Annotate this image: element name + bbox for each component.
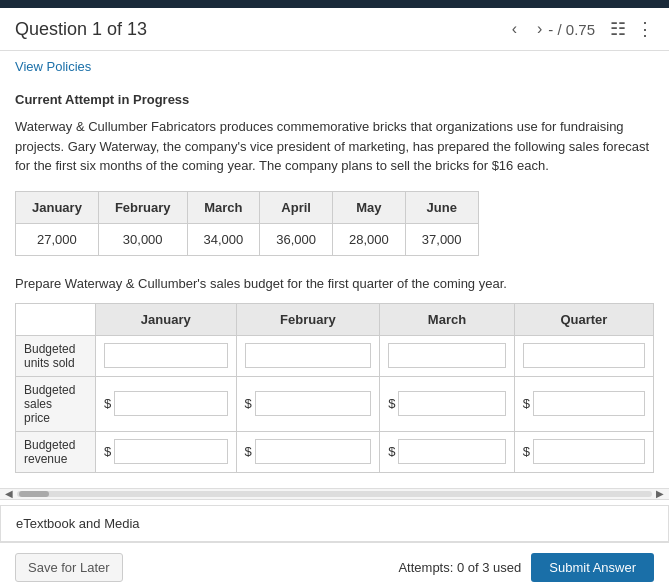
input-price-quarter[interactable] — [533, 391, 645, 416]
budget-col-feb: February — [236, 303, 380, 335]
attempt-label: Current Attempt in Progress — [15, 92, 654, 107]
input-units-mar[interactable] — [388, 343, 506, 368]
nav-arrows: ‹ › — [506, 18, 549, 40]
dollar-rev-feb: $ — [245, 444, 252, 459]
col-header-jun: June — [405, 191, 478, 223]
input-rev-feb[interactable] — [255, 439, 371, 464]
cell-may: 28,000 — [333, 223, 406, 255]
sales-forecast-table: January February March April May June 27… — [15, 191, 479, 256]
etextbook-label: eTextbook and Media — [16, 516, 140, 531]
list-icon[interactable]: ☷ — [610, 18, 626, 40]
dollar-rev-quarter: $ — [523, 444, 530, 459]
dollar-rev-mar: $ — [388, 444, 395, 459]
cell-jun: 37,000 — [405, 223, 478, 255]
col-header-mar: March — [187, 191, 260, 223]
cell-jan: 27,000 — [16, 223, 99, 255]
input-price-feb[interactable] — [255, 391, 371, 416]
row-budgeted-price: Budgetedsalesprice $ $ $ $ — [16, 376, 654, 431]
budget-col-empty — [16, 303, 96, 335]
cell-apr: 36,000 — [260, 223, 333, 255]
save-later-button[interactable]: Save for Later — [15, 553, 123, 582]
footer: Save for Later Attempts: 0 of 3 used Sub… — [0, 542, 669, 589]
cell-rev-jan: $ — [96, 431, 237, 472]
cell-units-jan — [96, 335, 237, 376]
budget-col-jan: January — [96, 303, 237, 335]
budget-table: January February March Quarter Budgetedu… — [15, 303, 654, 473]
score-label: - / 0.75 — [548, 21, 595, 38]
input-rev-mar[interactable] — [398, 439, 505, 464]
row-label-revenue: Budgetedrevenue — [16, 431, 96, 472]
view-policies-section: View Policies — [0, 51, 669, 82]
cell-units-feb — [236, 335, 380, 376]
row-label-price: Budgetedsalesprice — [16, 376, 96, 431]
question-label: Question 1 of 13 — [15, 19, 496, 40]
cell-rev-quarter: $ — [514, 431, 653, 472]
input-rev-quarter[interactable] — [533, 439, 645, 464]
etextbook-bar: eTextbook and Media — [0, 505, 669, 542]
col-header-may: May — [333, 191, 406, 223]
col-header-apr: April — [260, 191, 333, 223]
cell-rev-mar: $ — [380, 431, 515, 472]
budget-col-quarter: Quarter — [514, 303, 653, 335]
main-content: Current Attempt in Progress Waterway & C… — [0, 82, 669, 488]
input-price-mar[interactable] — [398, 391, 505, 416]
scrollbar-track[interactable] — [17, 491, 652, 497]
cell-price-quarter: $ — [514, 376, 653, 431]
scroll-right-arrow[interactable]: ▶ — [656, 488, 664, 499]
cell-mar: 34,000 — [187, 223, 260, 255]
col-header-jan: January — [16, 191, 99, 223]
input-units-quarter[interactable] — [523, 343, 645, 368]
footer-right: Attempts: 0 of 3 used Submit Answer — [398, 553, 654, 582]
cell-price-mar: $ — [380, 376, 515, 431]
dollar-quarter: $ — [523, 396, 530, 411]
col-header-feb: February — [98, 191, 187, 223]
cell-rev-feb: $ — [236, 431, 380, 472]
input-price-jan[interactable] — [114, 391, 227, 416]
row-budgeted-units: Budgetedunits sold — [16, 335, 654, 376]
header: Question 1 of 13 ‹ › - / 0.75 ☷ ⋮ — [0, 8, 669, 51]
row-label-units: Budgetedunits sold — [16, 335, 96, 376]
dollar-rev-jan: $ — [104, 444, 111, 459]
attempts-info: Attempts: 0 of 3 used — [398, 560, 521, 575]
dollar-feb: $ — [245, 396, 252, 411]
top-bar — [0, 0, 669, 8]
cell-units-mar — [380, 335, 515, 376]
input-rev-jan[interactable] — [114, 439, 227, 464]
scrollbar[interactable]: ◀ ▶ — [0, 488, 669, 500]
scroll-left-arrow[interactable]: ◀ — [5, 488, 13, 499]
budget-col-mar: March — [380, 303, 515, 335]
next-arrow-button[interactable]: › — [531, 18, 548, 40]
scrollbar-thumb — [19, 491, 49, 497]
more-icon[interactable]: ⋮ — [636, 18, 654, 40]
row-budgeted-revenue: Budgetedrevenue $ $ $ $ — [16, 431, 654, 472]
prepare-label: Prepare Waterway & Cullumber's sales bud… — [15, 276, 654, 291]
view-policies-link[interactable]: View Policies — [15, 59, 91, 74]
cell-price-feb: $ — [236, 376, 380, 431]
input-units-feb[interactable] — [245, 343, 372, 368]
dollar-jan: $ — [104, 396, 111, 411]
description-text: Waterway & Cullumber Fabricators produce… — [15, 117, 654, 176]
input-units-jan[interactable] — [104, 343, 228, 368]
submit-button[interactable]: Submit Answer — [531, 553, 654, 582]
prev-arrow-button[interactable]: ‹ — [506, 18, 523, 40]
dollar-mar: $ — [388, 396, 395, 411]
cell-price-jan: $ — [96, 376, 237, 431]
cell-feb: 30,000 — [98, 223, 187, 255]
cell-units-quarter — [514, 335, 653, 376]
